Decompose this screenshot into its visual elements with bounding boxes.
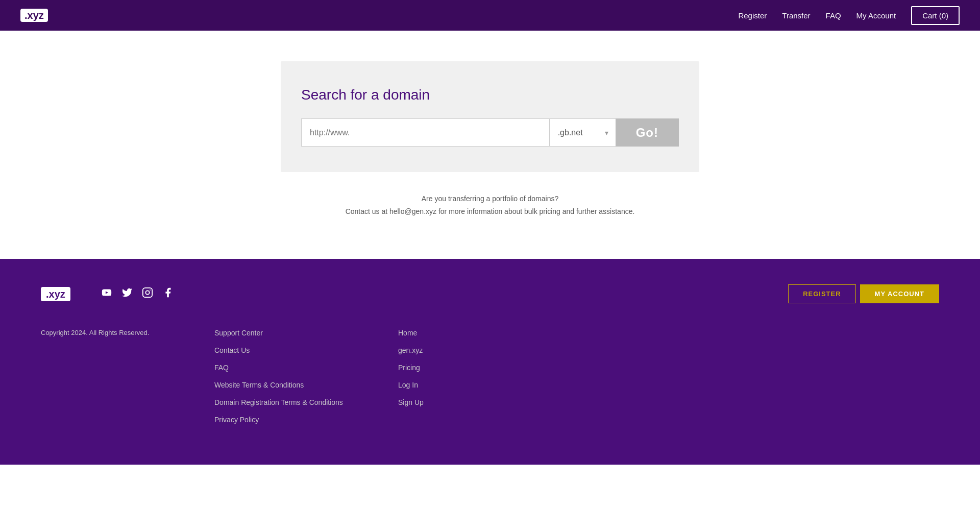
nav-register[interactable]: Register bbox=[738, 11, 767, 20]
search-row: .gb.net .xyz .com .net .org Go! bbox=[301, 118, 679, 147]
tld-select[interactable]: .gb.net .xyz .com .net .org bbox=[549, 118, 616, 147]
tld-select-wrapper: .gb.net .xyz .com .net .org bbox=[549, 118, 616, 147]
footer-social bbox=[101, 287, 174, 301]
twitter-icon[interactable] bbox=[121, 287, 133, 301]
footer-link-columns: Support Center Contact Us FAQ Website Te… bbox=[214, 329, 939, 424]
footer-link-home[interactable]: Home bbox=[398, 329, 480, 337]
main-content: Search for a domain .gb.net .xyz .com .n… bbox=[0, 31, 980, 259]
footer-buttons: REGISTER MY ACCOUNT bbox=[788, 284, 939, 303]
nav-transfer[interactable]: Transfer bbox=[782, 11, 810, 20]
header-logo: .xyz bbox=[20, 9, 48, 22]
footer-link-website-terms[interactable]: Website Terms & Conditions bbox=[214, 381, 357, 389]
svg-point-2 bbox=[150, 289, 151, 291]
transfer-line2: Contact us at hello@gen.xyz for more inf… bbox=[346, 205, 635, 218]
logo-text[interactable]: .xyz bbox=[20, 9, 48, 22]
search-container: Search for a domain .gb.net .xyz .com .n… bbox=[281, 61, 699, 172]
footer-link-contact[interactable]: Contact Us bbox=[214, 346, 357, 354]
transfer-line1: Are you transferring a portfolio of doma… bbox=[346, 192, 635, 205]
footer-link-privacy[interactable]: Privacy Policy bbox=[214, 416, 357, 424]
domain-search-input[interactable] bbox=[301, 118, 549, 147]
footer-link-signup[interactable]: Sign Up bbox=[398, 398, 480, 406]
instagram-icon[interactable] bbox=[142, 287, 153, 301]
footer-links-col1: Support Center Contact Us FAQ Website Te… bbox=[214, 329, 357, 424]
cart-button[interactable]: Cart (0) bbox=[911, 6, 960, 25]
footer-link-faq[interactable]: FAQ bbox=[214, 364, 357, 372]
svg-rect-0 bbox=[143, 288, 152, 297]
transfer-info: Are you transferring a portfolio of doma… bbox=[346, 192, 635, 218]
footer-account-button[interactable]: MY ACCOUNT bbox=[860, 284, 939, 303]
footer-logo: .xyz bbox=[41, 287, 70, 301]
header-nav: Register Transfer FAQ My Account Cart (0… bbox=[738, 6, 960, 25]
footer-copyright: Copyright 2024. All Rights Reserved. bbox=[41, 329, 214, 424]
search-title: Search for a domain bbox=[301, 87, 679, 103]
footer-link-domain-terms[interactable]: Domain Registration Terms & Conditions bbox=[214, 398, 357, 406]
header: .xyz Register Transfer FAQ My Account Ca… bbox=[0, 0, 980, 31]
youtube-icon[interactable] bbox=[101, 287, 112, 301]
footer-links-col2: Home gen.xyz Pricing Log In Sign Up bbox=[398, 329, 480, 424]
svg-point-1 bbox=[145, 291, 149, 295]
footer-link-support[interactable]: Support Center bbox=[214, 329, 357, 337]
footer: .xyz bbox=[0, 259, 980, 465]
footer-register-button[interactable]: REGISTER bbox=[788, 284, 855, 303]
footer-link-pricing[interactable]: Pricing bbox=[398, 364, 480, 372]
facebook-icon[interactable] bbox=[162, 287, 174, 301]
footer-link-genxyz[interactable]: gen.xyz bbox=[398, 346, 480, 354]
nav-faq[interactable]: FAQ bbox=[826, 11, 841, 20]
footer-bottom: Copyright 2024. All Rights Reserved. Sup… bbox=[41, 329, 939, 424]
search-go-button[interactable]: Go! bbox=[616, 118, 679, 147]
footer-top: .xyz bbox=[41, 284, 939, 303]
footer-link-login[interactable]: Log In bbox=[398, 381, 480, 389]
nav-my-account[interactable]: My Account bbox=[856, 11, 896, 20]
footer-logo-text: .xyz bbox=[41, 287, 70, 301]
